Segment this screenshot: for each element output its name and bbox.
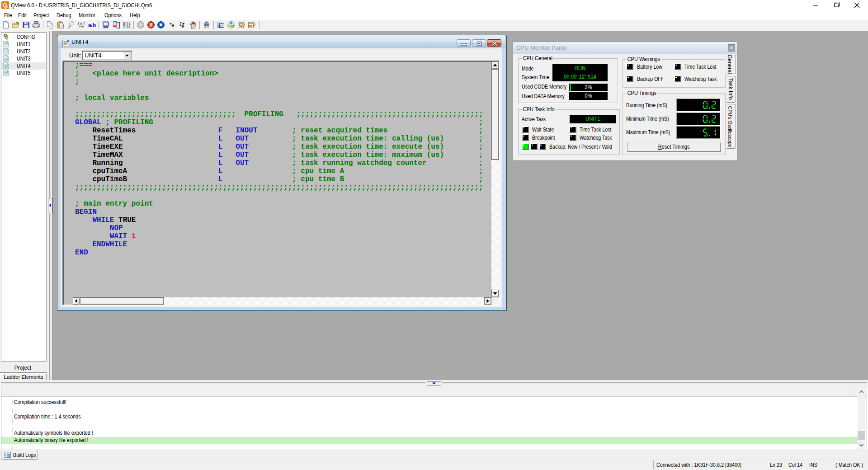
svg-text:W: W xyxy=(239,24,243,28)
svg-text:b: b xyxy=(93,22,96,28)
svg-text:a: a xyxy=(88,22,91,28)
svg-text:v: v xyxy=(6,5,8,9)
